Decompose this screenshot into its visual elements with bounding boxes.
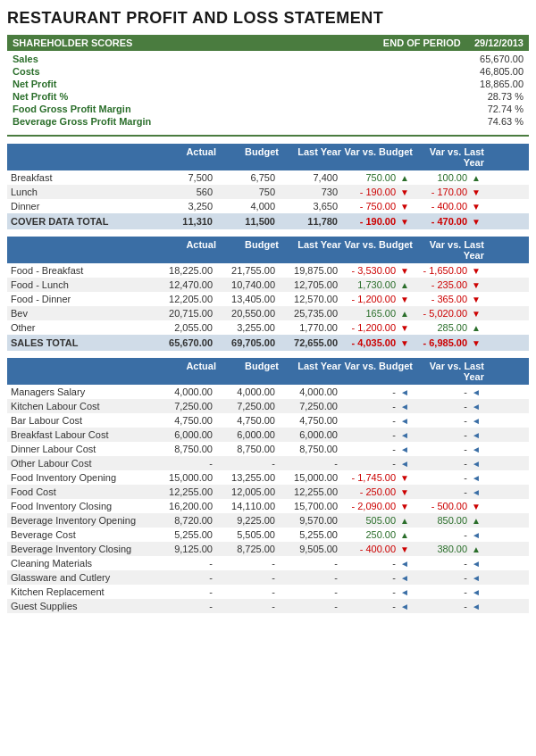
arrow-down-icon: ▼ xyxy=(400,338,409,348)
arrow-down-icon: ▼ xyxy=(472,309,481,319)
arrow-down-icon: ▼ xyxy=(400,295,409,304)
arrow-left-icon: ◄ xyxy=(400,430,409,440)
shareholder-row: Net Profit %28.73 % xyxy=(7,90,529,103)
var-last-cell: - ◄ xyxy=(413,601,484,611)
arrow-left-icon: ◄ xyxy=(400,559,409,569)
row-label: Beverage Inventory Closing xyxy=(11,544,154,554)
sales-data-row: Food - Dinner 12,205.00 13,405.00 12,570… xyxy=(7,292,529,306)
last-year-cell: 8,750.00 xyxy=(279,444,341,454)
var-budget-cell: - ◄ xyxy=(341,429,413,440)
sh-label: Sales xyxy=(13,54,38,64)
total-last: 11,780 xyxy=(279,216,341,227)
row-label: Other xyxy=(11,322,154,333)
budget-cell: 8,750.00 xyxy=(216,444,279,454)
total-var-budget: - 4,035.00 ▼ xyxy=(341,337,413,348)
var-last-cell: - ◄ xyxy=(413,429,484,440)
row-label: Cleaning Materials xyxy=(11,558,154,569)
var-last-cell: 380.00 ▲ xyxy=(413,544,484,554)
var-last-cell: - ◄ xyxy=(413,529,484,540)
costs-col-header: Var vs. Last Year xyxy=(413,361,484,382)
row-label: Food Inventory Opening xyxy=(11,472,154,483)
row-label: Kitchen Replacement xyxy=(11,586,154,597)
sh-label: Beverage Gross Profit Margin xyxy=(13,116,151,127)
actual-cell: 7,500 xyxy=(154,172,216,183)
var-last-cell: 100.00 ▲ xyxy=(413,172,484,183)
row-label: Managers Salary xyxy=(11,386,154,397)
sh-label: Food Gross Profit Margin xyxy=(13,104,131,114)
arrow-left-icon: ◄ xyxy=(400,387,409,397)
last-year-cell: 19,875.00 xyxy=(279,265,341,276)
arrow-up-icon: ▲ xyxy=(400,530,409,540)
costs-rows: Managers Salary 4,000.00 4,000.00 4,000.… xyxy=(7,385,529,613)
costs-data-row: Beverage Inventory Opening 8,720.00 9,22… xyxy=(7,513,529,528)
var-budget-cell: 505.00 ▲ xyxy=(341,515,413,526)
row-label: Breakfast xyxy=(11,172,154,183)
budget-cell: 14,110.00 xyxy=(216,501,279,511)
total-var-budget: - 190.00 ▼ xyxy=(341,216,413,227)
var-budget-cell: 250.00 ▲ xyxy=(341,529,413,540)
row-label: Guest Supplies xyxy=(11,601,154,611)
arrow-down-icon: ▼ xyxy=(472,217,481,227)
sales-col-header: Last Year xyxy=(279,239,341,261)
arrow-down-icon: ▼ xyxy=(472,202,481,212)
row-label: Dinner Labour Cost xyxy=(11,444,154,454)
row-label: Food - Dinner xyxy=(11,294,154,304)
sh-label: Net Profit % xyxy=(13,91,68,102)
actual-cell: 560 xyxy=(154,187,216,197)
var-budget-cell: - 1,745.00 ▼ xyxy=(341,472,413,483)
arrow-left-icon: ◄ xyxy=(472,530,481,540)
shareholder-row: Sales65,670.00 xyxy=(7,53,529,65)
sh-label: Net Profit xyxy=(13,79,57,89)
budget-cell: 750 xyxy=(216,187,279,197)
total-budget: 11,500 xyxy=(216,216,279,227)
last-year-cell: 730 xyxy=(279,187,341,197)
actual-cell: - xyxy=(154,601,216,611)
costs-data-row: Managers Salary 4,000.00 4,000.00 4,000.… xyxy=(7,385,529,399)
budget-cell: 9,225.00 xyxy=(216,515,279,526)
budget-cell: 4,000.00 xyxy=(216,386,279,397)
arrow-down-icon: ▼ xyxy=(472,338,481,348)
last-year-cell: 5,255.00 xyxy=(279,529,341,540)
var-last-cell: - ◄ xyxy=(413,415,484,426)
shareholder-row: Beverage Gross Profit Margin74.63 % xyxy=(7,115,529,128)
cover-col-header: Actual xyxy=(154,146,216,168)
shareholder-label: SHAREHOLDER SCORES xyxy=(13,37,132,48)
costs-data-row: Beverage Inventory Closing 9,125.00 8,72… xyxy=(7,542,529,556)
budget-cell: 3,255.00 xyxy=(216,322,279,333)
arrow-up-icon: ▲ xyxy=(400,280,409,290)
row-label: Lunch xyxy=(11,187,154,197)
last-year-cell: 25,735.00 xyxy=(279,308,341,319)
costs-data-row: Beverage Cost 5,255.00 5,505.00 5,255.00… xyxy=(7,528,529,542)
arrow-left-icon: ◄ xyxy=(472,587,481,597)
arrow-down-icon: ▼ xyxy=(400,473,409,483)
last-year-cell: 4,000.00 xyxy=(279,386,341,397)
arrow-down-icon: ▼ xyxy=(400,544,409,554)
sales-data-row: Food - Lunch 12,470.00 10,740.00 12,705.… xyxy=(7,278,529,292)
costs-data-row: Kitchen Replacement - - - - ◄ - ◄ xyxy=(7,585,529,599)
var-budget-cell: - ◄ xyxy=(341,572,413,583)
cover-col-header: Last Year xyxy=(279,146,341,168)
row-label: Bar Labour Cost xyxy=(11,415,154,426)
arrow-down-icon: ▼ xyxy=(472,295,481,304)
last-year-cell: - xyxy=(279,601,341,611)
costs-col-header: Actual xyxy=(154,361,216,382)
var-last-cell: - ◄ xyxy=(413,458,484,469)
arrow-up-icon: ▲ xyxy=(472,323,481,333)
var-budget-cell: - ◄ xyxy=(341,386,413,397)
budget-cell: 4,750.00 xyxy=(216,415,279,426)
arrow-up-icon: ▲ xyxy=(400,173,409,183)
sh-label: Costs xyxy=(13,66,40,77)
sh-value: 65,670.00 xyxy=(480,54,523,64)
var-last-cell: - 500.00 ▼ xyxy=(413,501,484,511)
arrow-left-icon: ◄ xyxy=(472,602,481,611)
actual-cell: 8,750.00 xyxy=(154,444,216,454)
cover-col-header: Budget xyxy=(216,146,279,168)
arrow-left-icon: ◄ xyxy=(472,473,481,483)
actual-cell: - xyxy=(154,572,216,583)
last-year-cell: - xyxy=(279,586,341,597)
last-year-cell: 15,000.00 xyxy=(279,472,341,483)
row-label: Food Inventory Closing xyxy=(11,501,154,511)
arrow-left-icon: ◄ xyxy=(472,416,481,426)
last-year-cell: - xyxy=(279,572,341,583)
sales-col-header: Actual xyxy=(154,239,216,261)
